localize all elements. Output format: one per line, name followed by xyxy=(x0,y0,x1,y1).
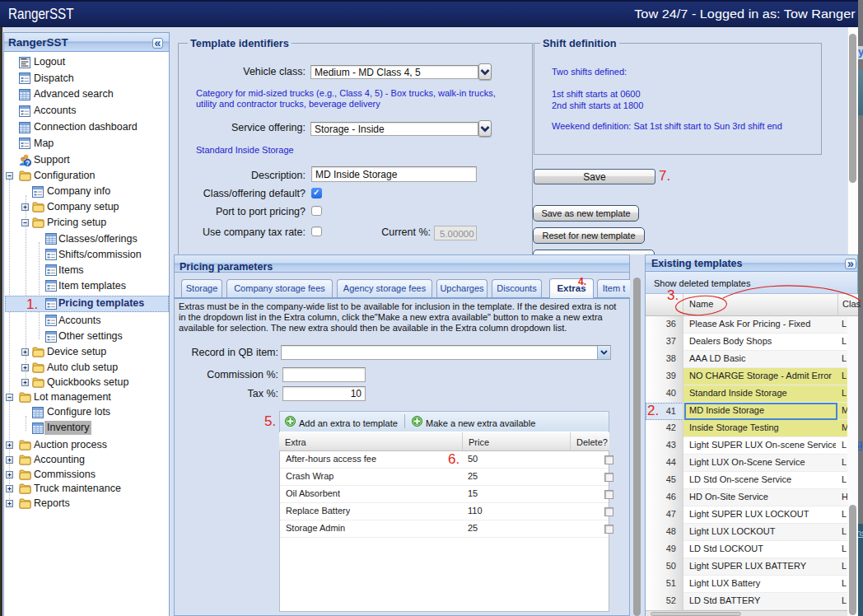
svg-text:?: ? xyxy=(26,159,30,166)
